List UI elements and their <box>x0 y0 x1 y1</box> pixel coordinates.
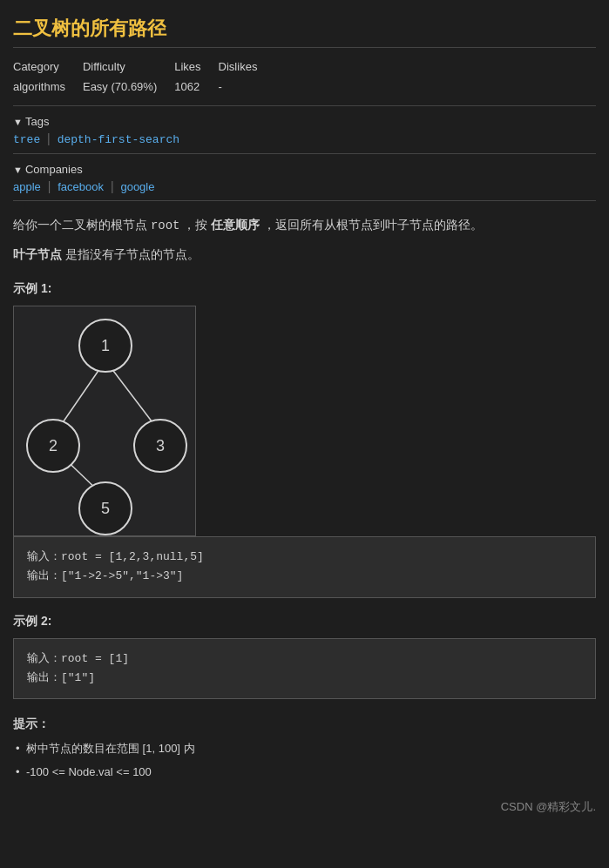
main-container: 二叉树的所有路径 Category Difficulty Likes Disli… <box>0 0 609 832</box>
node-5-label: 5 <box>101 500 110 517</box>
example2-code: 输入：root = [1] 输出：["1"] <box>13 638 596 699</box>
tags-section: Tags tree | depth-first-search <box>13 115 596 154</box>
example2-input: 输入：root = [1] <box>27 649 582 669</box>
desc-bold-leaf: 叶子节点 <box>13 247 62 261</box>
example1-input: 输入：root = [1,2,3,null,5] <box>27 548 582 567</box>
node-2-label: 2 <box>49 437 58 454</box>
company-facebook[interactable]: facebook <box>58 180 104 193</box>
cell-category: algorithms <box>13 77 83 97</box>
companies-list: apple | facebook | google <box>13 179 596 193</box>
desc-line2: 叶子节点 是指没有子节点的节点。 <box>13 244 596 266</box>
tree-diagram: 1 2 3 5 <box>13 306 196 536</box>
company-separator-1: | <box>48 179 51 193</box>
info-table: Category Difficulty Likes Dislikes algor… <box>13 57 274 97</box>
cell-likes: 1062 <box>174 77 218 97</box>
companies-section: Companies apple | facebook | google <box>13 163 596 201</box>
col-header-category: Category <box>13 57 83 77</box>
hints-section: 提示： 树中节点的数目在范围 [1, 100] 内 -100 <= Node.v… <box>13 717 596 782</box>
tag-dfs[interactable]: depth-first-search <box>58 133 179 146</box>
table-section: Category Difficulty Likes Dislikes algor… <box>13 57 596 106</box>
company-google[interactable]: google <box>120 180 154 193</box>
tree-svg: 1 2 3 5 <box>14 306 197 537</box>
tag-separator-1: | <box>47 131 51 145</box>
hint-item-2: -100 <= Node.val <= 100 <box>13 763 596 782</box>
node-3-label: 3 <box>156 437 165 454</box>
problem-description: 给你一个二叉树的根节点 root ，按 任意顺序 ，返回所有从根节点到叶子节点的… <box>13 214 596 266</box>
cell-dislikes: - <box>219 77 275 97</box>
csdn-watermark: CSDN @精彩文儿. <box>13 799 596 824</box>
example1-output: 输出：["1->2->5","1->3"] <box>27 567 582 586</box>
col-header-likes: Likes <box>174 57 218 77</box>
company-apple[interactable]: apple <box>13 180 41 193</box>
col-header-dislikes: Dislikes <box>219 57 275 77</box>
page-title: 二叉树的所有路径 <box>13 9 596 48</box>
desc-code-root: root <box>151 219 180 232</box>
company-separator-2: | <box>111 179 114 193</box>
node-1-label: 1 <box>101 337 110 354</box>
example1-title: 示例 1: <box>13 281 596 297</box>
tag-tree[interactable]: tree <box>13 133 40 146</box>
hints-title: 提示： <box>13 717 596 732</box>
desc-bold-order: 任意顺序 <box>211 218 260 232</box>
hint-item-1: 树中节点的数目在范围 [1, 100] 内 <box>13 739 596 758</box>
tags-header[interactable]: Tags <box>13 115 596 128</box>
companies-header[interactable]: Companies <box>13 163 596 176</box>
desc-line1: 给你一个二叉树的根节点 root ，按 任意顺序 ，返回所有从根节点到叶子节点的… <box>13 214 596 237</box>
col-header-difficulty: Difficulty <box>83 57 174 77</box>
tags-list: tree | depth-first-search <box>13 131 596 146</box>
example2-output: 输出：["1"] <box>27 669 582 688</box>
example2-title: 示例 2: <box>13 614 596 629</box>
example1-code: 输入：root = [1,2,3,null,5] 输出：["1->2->5","… <box>13 536 596 597</box>
cell-difficulty: Easy (70.69%) <box>83 77 174 97</box>
